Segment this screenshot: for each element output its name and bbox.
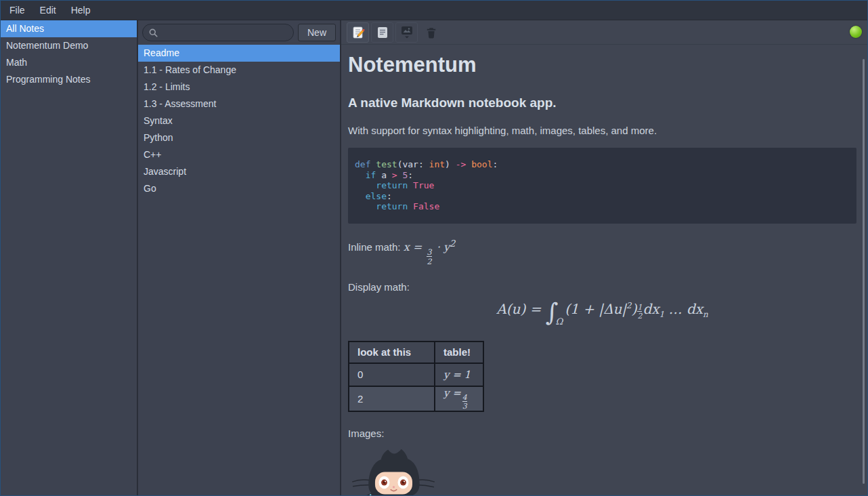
code-line: def test(var: int) -> bool: (355, 159, 850, 170)
note-item-1-1-rates-of-change[interactable]: 1.1 - Rates of Change (138, 62, 340, 79)
display-math-equation: A(u) = ∫Ω(1 + |Δu|2)12dx1 … dxn (348, 301, 856, 327)
note-item-c[interactable]: C++ (138, 146, 340, 163)
menu-file[interactable]: File (2, 1, 32, 20)
sidebar-item-math[interactable]: Math (1, 54, 137, 71)
note-image-octocat (351, 445, 856, 495)
note-item-go[interactable]: Go (138, 180, 340, 197)
note-toolbar (341, 20, 867, 45)
notebook-sidebar: All NotesNotementum DemoMathProgramming … (1, 20, 138, 495)
note-item-javascript[interactable]: Javascript (138, 163, 340, 180)
note-subtitle: A native Markdown notebook app. (348, 96, 856, 110)
table-cell: 0 (349, 363, 435, 386)
menu-edit[interactable]: Edit (32, 1, 64, 20)
table-header-cell: table! (435, 342, 483, 363)
sync-status-indicator (850, 26, 862, 38)
code-line: else: (355, 191, 850, 202)
table-cell: 2 (349, 386, 435, 411)
notes-panel: New Readme1.1 - Rates of Change1.2 - Lim… (138, 20, 341, 495)
menu-help[interactable]: Help (64, 1, 98, 20)
search-entry[interactable] (142, 24, 294, 41)
inline-math-label: Inline math: (348, 241, 404, 253)
trash-icon (425, 26, 438, 39)
images-label: Images: (348, 428, 856, 439)
table-cell: y = 1 (435, 363, 483, 386)
code-line: if a > 5: (355, 170, 850, 181)
table-header-cell: look at this (349, 342, 435, 363)
notementum-window: FileEditHelp All NotesNotementum DemoMat… (0, 0, 868, 496)
edit-note-button[interactable] (347, 22, 369, 43)
preview-note-button[interactable] (371, 22, 393, 43)
note-item-python[interactable]: Python (138, 129, 340, 146)
display-math-label: Display math: (348, 281, 856, 293)
sidebar-item-all-notes[interactable]: All Notes (1, 20, 137, 37)
search-icon (149, 28, 158, 37)
note-title: Notementum (348, 53, 856, 77)
notes-topbar: New (138, 20, 340, 45)
menubar: FileEditHelp (1, 1, 867, 20)
github-octocat-image (351, 445, 436, 495)
note-view-panel: Notementum A native Markdown notebook ap… (341, 20, 867, 495)
rendered-note-content: Notementum A native Markdown notebook ap… (341, 45, 867, 495)
code-line: return True (355, 180, 850, 191)
search-input[interactable] (162, 27, 287, 39)
note-item-1-3-assessment[interactable]: 1.3 - Assessment (138, 96, 340, 112)
table-cell: y =43 (435, 386, 483, 411)
new-note-button[interactable]: New (298, 24, 336, 41)
code-line: return False (355, 201, 850, 212)
vertical-scrollbar[interactable] (863, 59, 865, 484)
sidebar-item-programming-notes[interactable]: Programming Notes (1, 71, 137, 88)
note-item-readme[interactable]: Readme (138, 45, 340, 62)
delete-note-button[interactable] (420, 22, 442, 43)
main-layout: All NotesNotementum DemoMathProgramming … (1, 20, 867, 495)
table-row: 2 y =43 (349, 386, 483, 411)
markdown-table: look at this table! 0 y = 1 2 y =43 (348, 341, 484, 412)
inline-math-expression: x = 32 · y2 (404, 241, 456, 253)
sidebar-item-notementum-demo[interactable]: Notementum Demo (1, 37, 137, 54)
notes-list: Readme1.1 - Rates of Change1.2 - Limits1… (138, 45, 340, 495)
inline-math-line: Inline math: x = 32 · y2 (348, 239, 856, 266)
document-preview-icon (376, 26, 389, 39)
code-block: def test(var: int) -> bool: if a > 5: re… (348, 148, 856, 224)
edit-pencil-icon (351, 26, 365, 39)
table-row: 0 y = 1 (349, 363, 483, 386)
insert-image-icon (400, 25, 414, 40)
note-item-syntax[interactable]: Syntax (138, 112, 340, 129)
note-item-1-2-limits[interactable]: 1.2 - Limits (138, 79, 340, 96)
insert-image-button[interactable] (395, 22, 418, 43)
note-intro-paragraph: With support for syntax highlighting, ma… (348, 125, 856, 136)
